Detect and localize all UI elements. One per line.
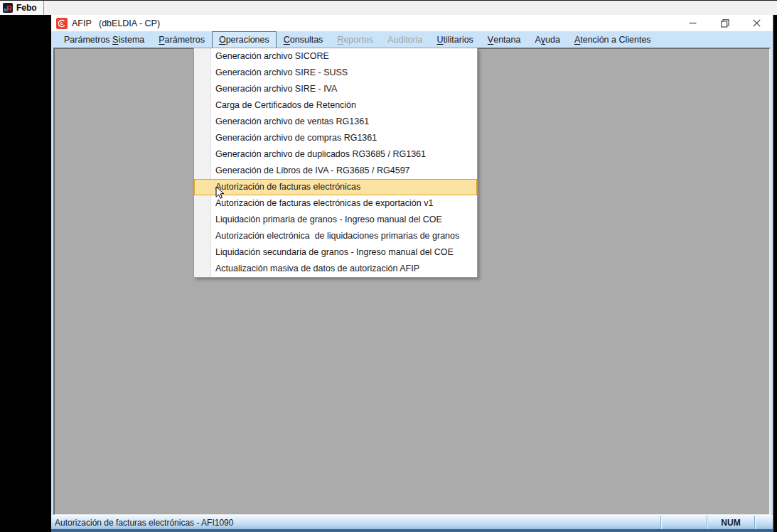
- operaciones-dropdown-menu: Generación archivo SICOREGeneración arch…: [193, 48, 478, 278]
- menubar-item-utilitarios[interactable]: Utilitarios: [429, 31, 480, 48]
- menu-item-autorizacion-de-facturas-electronicas-de-exportacion-v1[interactable]: Autorización de facturas electrónicas de…: [194, 195, 477, 212]
- svg-text:R: R: [6, 4, 12, 13]
- menu-item-generacion-archivo-de-compras-rg1361[interactable]: Generación archivo de compras RG1361: [194, 130, 477, 146]
- status-bar: Autorización de facturas electrónicas - …: [51, 515, 773, 532]
- menu-item-generacion-archivo-de-duplicados-rg3685-rg1361[interactable]: Generación archivo de duplicados RG3685 …: [194, 146, 477, 163]
- menu-item-generacion-archivo-sire-iva[interactable]: Generación archivo SIRE - IVA: [194, 81, 477, 97]
- menu-item-carga-de-certificados-de-retencion[interactable]: Carga de Certificados de Retención: [194, 97, 477, 114]
- remote-session-tab-bar: R Febo: [0, 0, 777, 15]
- close-icon: [753, 19, 761, 27]
- menu-item-generacion-archivo-sire-suss[interactable]: Generación archivo SIRE - SUSS: [194, 65, 477, 81]
- menubar-item-ventana[interactable]: Ventana: [481, 31, 528, 48]
- menubar-item-reportes: Reportes: [330, 31, 380, 48]
- close-button[interactable]: [741, 15, 773, 31]
- menubar-item-atencion-a-clientes[interactable]: Atención a Clientes: [567, 31, 658, 48]
- menu-item-generacion-archivo-de-ventas-rg1361[interactable]: Generación archivo de ventas RG1361: [194, 114, 477, 130]
- menu-item-generacion-archivo-sicore[interactable]: Generación archivo SICORE: [194, 48, 477, 65]
- menubar-item-parametros-sistema[interactable]: Parámetros Sistema: [57, 31, 151, 48]
- window-controls: [677, 15, 773, 31]
- afip-logo-icon: [56, 18, 68, 29]
- minimize-button[interactable]: [677, 15, 709, 31]
- menubar-item-operaciones[interactable]: Operaciones: [212, 31, 277, 48]
- restore-button[interactable]: [709, 15, 741, 31]
- restore-icon: [721, 19, 729, 28]
- session-tab-label: Febo: [16, 3, 37, 13]
- menubar-item-consultas[interactable]: Consultas: [277, 31, 331, 48]
- menu-bar: Parámetros SistemaParámetrosOperacionesC…: [51, 31, 773, 48]
- window-title-bar: AFIP (dbELDIA - CP): [51, 15, 773, 31]
- window-title: AFIP (dbELDIA - CP): [72, 18, 160, 28]
- session-tab-febo[interactable]: R Febo: [0, 1, 44, 15]
- status-bar-text: Autorización de facturas electrónicas - …: [51, 518, 660, 528]
- minimize-icon: [689, 19, 697, 27]
- menu-item-liquidacion-secundaria-de-granos-ingreso-manual-del-coe[interactable]: Liquidación secundaria de granos - Ingre…: [194, 244, 477, 261]
- menubar-item-auditoria: Auditoria: [380, 31, 429, 48]
- menubar-item-parametros[interactable]: Parámetros: [151, 31, 212, 48]
- menu-item-autorizacion-electronica-de-liquidaciones-primarias-de-granos[interactable]: Autorización electrónica de liquidacione…: [194, 228, 477, 244]
- menu-item-generacion-de-libros-de-iva-rg3685-rg4597[interactable]: Generación de Libros de IVA - RG3685 / R…: [194, 163, 477, 179]
- status-bar-panel-grip: [755, 516, 773, 529]
- menu-item-liquidacion-primaria-de-granos-ingreso-manual-del-coe[interactable]: Liquidación primaria de granos - Ingreso…: [194, 212, 477, 228]
- menubar-item-ayuda[interactable]: Ayuda: [527, 31, 567, 48]
- menu-item-actualizacion-masiva-de-datos-de-autorizacion-afip[interactable]: Actualización masiva de datos de autoriz…: [194, 261, 477, 277]
- remote-session-icon: R: [3, 3, 13, 13]
- status-bar-panel-empty: [661, 516, 707, 529]
- num-lock-indicator: NUM: [707, 516, 754, 529]
- menu-item-autorizacion-de-facturas-electronicas[interactable]: Autorización de facturas electrónicas: [194, 179, 477, 195]
